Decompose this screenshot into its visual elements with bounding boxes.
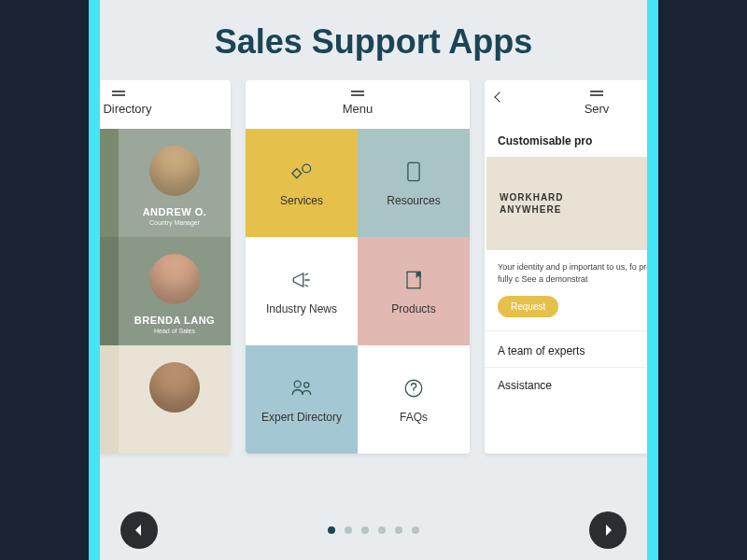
subtitle: Customisable pro (485, 129, 647, 157)
dots (328, 526, 419, 534)
chevron-left-icon (132, 523, 147, 538)
card-header: ert Directory (100, 80, 231, 129)
expert-cell[interactable] (119, 345, 231, 454)
svg-point-5 (304, 383, 309, 387)
expert-cell[interactable]: ANDREW O. Country Manager (119, 129, 231, 237)
avatar (149, 146, 200, 196)
card-menu: Menu Services Resources In (246, 80, 470, 454)
dot[interactable] (395, 526, 402, 534)
dot[interactable] (378, 526, 386, 534)
shapes-icon (289, 159, 315, 185)
tile-resources[interactable]: Resources (358, 129, 470, 237)
megaphone-icon (289, 267, 315, 293)
carousel: ert Directory N ANDREW O. Country Manage… (100, 80, 647, 463)
promo-label: WORKHARD ANYWHERE (486, 191, 564, 216)
section-assistance[interactable]: Assistance (485, 367, 647, 403)
expert-cell[interactable] (100, 345, 119, 454)
tile-expert-directory[interactable]: Expert Directory (246, 345, 358, 454)
card-header: Menu (246, 80, 470, 129)
tile-faqs[interactable]: FAQs (358, 345, 470, 454)
tablet-icon (401, 159, 427, 185)
bookmark-icon (401, 267, 427, 293)
svg-point-1 (303, 164, 311, 173)
menu-icon[interactable] (112, 94, 125, 96)
tile-products[interactable]: Products (358, 237, 470, 345)
card-track: ert Directory N ANDREW O. Country Manage… (100, 80, 647, 454)
dot[interactable] (412, 526, 419, 534)
menu-grid: Services Resources Industry News Pr (246, 129, 470, 454)
menu-icon[interactable] (351, 94, 364, 96)
section-experts[interactable]: A team of experts (485, 330, 647, 367)
card-title: Serv (585, 102, 610, 116)
dot[interactable] (361, 526, 369, 534)
card-header: Serv (485, 80, 647, 129)
avatar (149, 254, 200, 304)
expert-cell[interactable]: BRENDA LANG Head of Sales (119, 237, 231, 345)
body-text: Your identity and p important to us, fo … (485, 250, 647, 296)
next-button[interactable] (589, 511, 627, 549)
svg-point-4 (294, 381, 301, 387)
cyan-frame: Sales Support Apps ert Directory N (89, 0, 658, 560)
carousel-nav (100, 526, 647, 534)
tile-services[interactable]: Services (246, 129, 358, 237)
dot[interactable] (345, 526, 352, 534)
tile-industry-news[interactable]: Industry News (246, 237, 358, 345)
expert-cell[interactable]: S (100, 237, 119, 345)
card-services: Serv Customisable pro WORKHARD ANYWHERE … (485, 80, 647, 454)
avatar (149, 362, 200, 413)
svg-rect-0 (292, 169, 302, 178)
expert-grid: N ANDREW O. Country Manager S (100, 129, 231, 454)
chevron-right-icon (600, 523, 615, 538)
svg-rect-2 (408, 162, 419, 180)
page-title: Sales Support Apps (100, 0, 647, 80)
people-icon (289, 375, 315, 401)
inner-panel: Sales Support Apps ert Directory N (100, 0, 647, 560)
request-button[interactable]: Request (498, 296, 558, 317)
card-title: Menu (343, 102, 374, 116)
card-expert-directory: ert Directory N ANDREW O. Country Manage… (100, 80, 231, 454)
question-icon (401, 375, 427, 401)
prev-button[interactable] (120, 511, 158, 549)
card-title: ert Directory (100, 102, 151, 116)
menu-icon[interactable] (590, 94, 603, 96)
promo-banner: WORKHARD ANYWHERE (486, 157, 647, 250)
dot[interactable] (328, 526, 335, 534)
expert-cell[interactable]: N (100, 129, 119, 237)
